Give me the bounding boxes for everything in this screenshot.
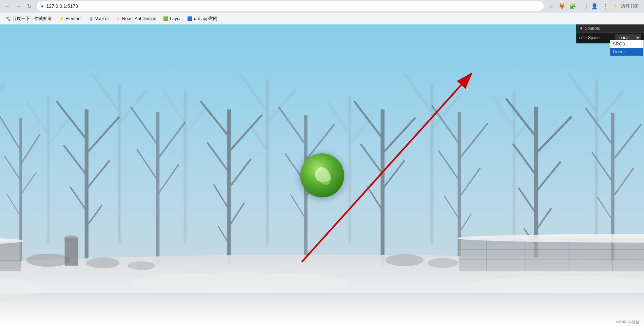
svg-point-174 bbox=[26, 254, 70, 267]
bookmark-react-ant-label: React Ant Design bbox=[122, 16, 156, 21]
bookmark-react-ant[interactable]: ◇ React Ant Design bbox=[113, 15, 159, 23]
controls-panel: ▼ Controls colorSpace SRG8 Linear SRG8 L… bbox=[576, 24, 644, 43]
svg-point-175 bbox=[86, 257, 119, 268]
bookmark-element-label: Element bbox=[65, 16, 82, 21]
refresh-button[interactable]: ↻ bbox=[24, 1, 34, 11]
tab-groups-button[interactable]: ⬜ bbox=[579, 1, 588, 11]
bookmark-layui-label: Layui bbox=[170, 16, 180, 21]
browser-chrome: ← → ↻ ● 127.0.0.1:5173 ☆ 🦊 🧩 ⬜ 👤 ⋮ 📁 所有书… bbox=[0, 0, 644, 24]
layui-icon: 🟩 bbox=[163, 16, 169, 21]
svg-point-176 bbox=[128, 261, 155, 270]
element-icon: ⚡ bbox=[59, 16, 64, 21]
svg-rect-149 bbox=[0, 241, 21, 271]
forward-button[interactable]: → bbox=[14, 1, 23, 11]
colorspace-label: colorSpace bbox=[579, 35, 616, 40]
nav-buttons: ← → ↻ bbox=[3, 1, 34, 11]
bookmark-baidu-label: 百度一下，你就知道 bbox=[12, 16, 52, 22]
baidu-icon: 🐾 bbox=[5, 16, 11, 21]
main-content: ▼ Controls colorSpace SRG8 Linear SRG8 L… bbox=[0, 24, 644, 326]
svg-point-182 bbox=[131, 272, 350, 292]
all-bookmarks-button[interactable]: 📁 所有书签 bbox=[611, 1, 641, 11]
leaf-logo-svg bbox=[309, 162, 336, 189]
bookmark-uniapp[interactable]: 🟦 uni-app官网 bbox=[184, 14, 220, 23]
srgb8-label: SRG8 bbox=[613, 41, 625, 46]
back-button[interactable]: ← bbox=[3, 1, 12, 11]
star-button[interactable]: ☆ bbox=[546, 1, 556, 11]
lock-icon: ● bbox=[41, 3, 43, 9]
all-bookmarks-label: 所有书签 bbox=[621, 3, 639, 9]
vant-icon: 💧 bbox=[89, 16, 94, 21]
bookmark-element[interactable]: ⚡ Element bbox=[56, 15, 84, 23]
svg-rect-147 bbox=[0, 293, 644, 326]
toolbar-icons: ☆ 🦊 🧩 ⬜ 👤 ⋮ 📁 所有书签 bbox=[546, 1, 641, 11]
svg-point-180 bbox=[64, 235, 78, 241]
svg-rect-179 bbox=[65, 238, 78, 266]
address-bar[interactable]: ● 127.0.0.1:5173 bbox=[37, 1, 544, 11]
profile-button[interactable]: 👤 bbox=[590, 1, 599, 11]
bookmark-vant[interactable]: 💧 Vant ui bbox=[86, 15, 112, 23]
bookmark-uniapp-label: uni-app官网 bbox=[194, 16, 217, 22]
address-text: 127.0.0.1:5173 bbox=[46, 3, 78, 9]
menu-button[interactable]: ⋮ bbox=[601, 1, 610, 11]
folder-icon: 📁 bbox=[614, 4, 620, 9]
bookmarks-bar: 🐾 百度一下，你就知道 ⚡ Element 💧 Vant ui ◇ React … bbox=[0, 12, 644, 24]
watermark: ©SDN.©-以创~ bbox=[616, 320, 641, 325]
bookmark-baidu[interactable]: 🐾 百度一下，你就知道 bbox=[3, 14, 55, 23]
svg-rect-160 bbox=[459, 238, 644, 271]
svg-point-178 bbox=[428, 258, 458, 268]
dropdown-option-linear[interactable]: Linear bbox=[610, 48, 643, 56]
bookmark-layui[interactable]: 🟩 Layui bbox=[160, 15, 183, 23]
uniapp-icon: 🟦 bbox=[187, 16, 193, 21]
logo-circle bbox=[300, 153, 344, 197]
controls-title: Controls bbox=[585, 26, 600, 31]
title-bar: ← → ↻ ● 127.0.0.1:5173 ☆ 🦊 🧩 ⬜ 👤 ⋮ 📁 所有书… bbox=[0, 0, 644, 12]
colorspace-dropdown: SRG8 Linear bbox=[610, 40, 644, 56]
controls-chevron: ▼ bbox=[579, 26, 583, 31]
svg-point-177 bbox=[385, 254, 424, 266]
controls-header: ▼ Controls bbox=[577, 25, 644, 33]
dropdown-option-srgb8[interactable]: SRG8 bbox=[610, 40, 643, 48]
logo-overlay bbox=[300, 153, 344, 197]
linear-label: Linear bbox=[613, 49, 625, 54]
extension-icon-puzzle[interactable]: 🧩 bbox=[568, 1, 578, 11]
bookmark-vant-label: Vant ui bbox=[95, 16, 109, 21]
react-ant-icon: ◇ bbox=[115, 16, 121, 21]
extension-icon-fox[interactable]: 🦊 bbox=[557, 1, 567, 11]
